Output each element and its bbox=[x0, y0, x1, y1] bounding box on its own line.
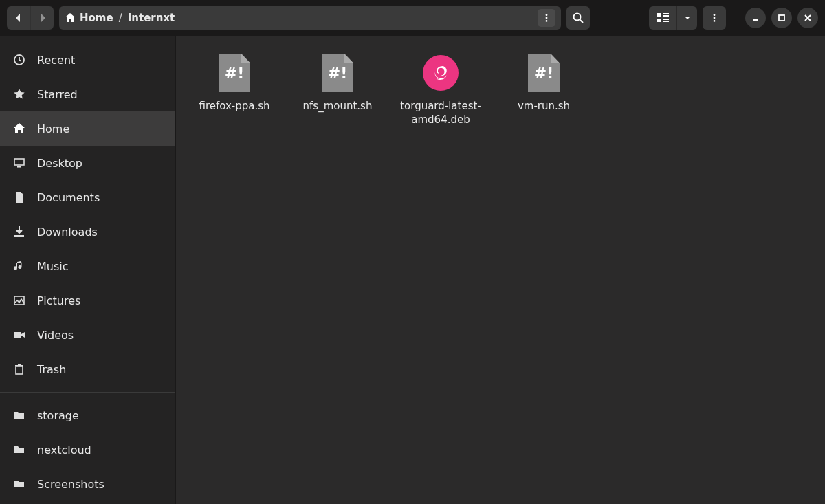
svg-rect-22 bbox=[16, 366, 23, 374]
sidebar-item-label: nextcloud bbox=[37, 443, 91, 457]
sidebar-item-label: Desktop bbox=[37, 157, 82, 170]
path-bar[interactable]: Home / Internxt bbox=[59, 6, 561, 30]
sidebar-item-label: storage bbox=[37, 409, 79, 422]
hamburger-menu-button[interactable] bbox=[703, 6, 726, 30]
script-file-icon: #! bbox=[523, 52, 564, 94]
sidebar-item-label: Screenshots bbox=[37, 478, 104, 491]
document-icon bbox=[12, 191, 26, 204]
clock-icon bbox=[12, 54, 26, 66]
window-minimize-button[interactable] bbox=[745, 8, 766, 28]
sidebar-item-home[interactable]: Home bbox=[0, 111, 175, 146]
desktop-icon bbox=[12, 157, 26, 169]
svg-rect-18 bbox=[17, 166, 21, 168]
script-file-icon: #! bbox=[214, 52, 255, 94]
video-icon bbox=[12, 329, 26, 341]
nav-buttons bbox=[7, 6, 54, 30]
sidebar-item-label: Documents bbox=[37, 191, 100, 204]
breadcrumb-home[interactable]: Home bbox=[65, 12, 113, 24]
home-icon bbox=[65, 12, 76, 23]
trash-icon bbox=[12, 363, 26, 375]
sidebar-item-starred[interactable]: Starred bbox=[0, 77, 175, 111]
svg-rect-5 bbox=[657, 13, 661, 17]
svg-point-3 bbox=[574, 14, 581, 21]
svg-rect-6 bbox=[663, 13, 669, 14]
sidebar-item-label: Videos bbox=[37, 329, 74, 342]
svg-rect-14 bbox=[753, 19, 758, 21]
file-item[interactable]: torguard-latest-amd64.deb bbox=[389, 50, 492, 127]
header-toolbar: Home / Internxt bbox=[0, 0, 825, 36]
file-item[interactable]: #! vm-run.sh bbox=[492, 50, 595, 127]
sidebar-bookmark-storage[interactable]: storage bbox=[0, 398, 175, 432]
window-close-button[interactable] bbox=[798, 8, 818, 28]
svg-rect-8 bbox=[657, 19, 661, 22]
svg-rect-15 bbox=[779, 15, 784, 21]
home-icon bbox=[12, 122, 26, 135]
svg-rect-19 bbox=[14, 235, 24, 237]
sidebar-item-desktop[interactable]: Desktop bbox=[0, 146, 175, 180]
window-maximize-button[interactable] bbox=[771, 8, 792, 28]
folder-icon bbox=[12, 409, 26, 421]
folder-icon bbox=[12, 478, 26, 490]
folder-icon bbox=[12, 443, 26, 456]
view-list-button[interactable] bbox=[649, 6, 676, 30]
sidebar-item-music[interactable]: Music bbox=[0, 249, 175, 283]
sidebar-item-documents[interactable]: Documents bbox=[0, 180, 175, 215]
breadcrumb-current[interactable]: Internxt bbox=[128, 12, 175, 24]
svg-point-1 bbox=[546, 17, 548, 19]
sidebar-item-recent[interactable]: Recent bbox=[0, 43, 175, 77]
sidebar-bookmark-screenshots[interactable]: Screenshots bbox=[0, 467, 175, 501]
file-label: torguard-latest-amd64.deb bbox=[396, 99, 485, 127]
view-controls bbox=[649, 6, 697, 30]
svg-line-4 bbox=[580, 20, 584, 23]
file-item[interactable]: #! firefox-ppa.sh bbox=[183, 50, 286, 127]
file-item[interactable]: #! nfs_mount.sh bbox=[286, 50, 389, 127]
svg-rect-17 bbox=[14, 159, 24, 165]
file-label: vm-run.sh bbox=[518, 99, 570, 113]
sidebar-item-label: Music bbox=[37, 260, 69, 273]
debian-package-icon bbox=[420, 52, 461, 94]
path-separator: / bbox=[119, 12, 122, 24]
sidebar-divider bbox=[0, 392, 175, 393]
sidebar-item-label: Trash bbox=[37, 363, 66, 376]
svg-rect-7 bbox=[663, 15, 669, 17]
svg-point-11 bbox=[714, 14, 716, 16]
svg-rect-24 bbox=[18, 364, 21, 365]
file-label: firefox-ppa.sh bbox=[199, 99, 270, 113]
sidebar-item-videos[interactable]: Videos bbox=[0, 318, 175, 352]
svg-rect-23 bbox=[15, 365, 23, 366]
svg-rect-9 bbox=[663, 19, 669, 20]
breadcrumb-current-label: Internxt bbox=[128, 12, 175, 24]
sidebar: Recent Starred Home Desktop Documents bbox=[0, 36, 176, 504]
sidebar-item-pictures[interactable]: Pictures bbox=[0, 283, 175, 318]
file-label: nfs_mount.sh bbox=[303, 99, 373, 113]
svg-point-13 bbox=[714, 20, 716, 22]
sidebar-item-label: Recent bbox=[37, 54, 75, 67]
star-icon bbox=[12, 88, 26, 100]
picture-icon bbox=[12, 294, 26, 307]
svg-rect-10 bbox=[663, 21, 669, 22]
svg-point-12 bbox=[714, 17, 716, 19]
sidebar-item-label: Downloads bbox=[37, 226, 98, 239]
sidebar-item-label: Home bbox=[37, 122, 69, 135]
forward-button[interactable] bbox=[30, 6, 54, 30]
music-icon bbox=[12, 260, 26, 272]
download-icon bbox=[12, 226, 26, 238]
svg-point-2 bbox=[546, 20, 548, 22]
sidebar-bookmark-nextcloud[interactable]: nextcloud bbox=[0, 432, 175, 467]
file-grid[interactable]: #! firefox-ppa.sh #! nfs_mount.sh torgua… bbox=[176, 36, 825, 504]
sidebar-item-label: Pictures bbox=[37, 294, 80, 307]
sidebar-item-downloads[interactable]: Downloads bbox=[0, 215, 175, 249]
search-button[interactable] bbox=[566, 6, 590, 30]
breadcrumb-home-label: Home bbox=[80, 12, 113, 24]
script-file-icon: #! bbox=[317, 52, 358, 94]
path-menu-button[interactable] bbox=[538, 9, 556, 27]
sidebar-item-trash[interactable]: Trash bbox=[0, 352, 175, 386]
svg-point-0 bbox=[546, 14, 548, 16]
sidebar-item-label: Starred bbox=[37, 88, 78, 101]
back-button[interactable] bbox=[7, 6, 30, 30]
svg-rect-21 bbox=[14, 332, 21, 338]
view-dropdown-button[interactable] bbox=[676, 6, 697, 30]
